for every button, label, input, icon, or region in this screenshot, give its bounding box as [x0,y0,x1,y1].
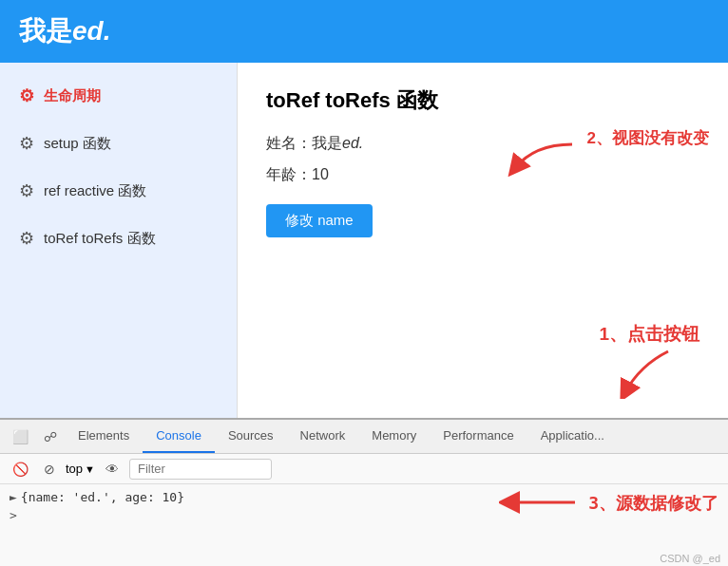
top-selector[interactable]: top ▼ [66,462,95,476]
gear-icon-2: ⚙ [19,133,34,154]
annotation-3-text: 3、源数据修改了 [588,492,718,515]
watermark: CSDN @_ed [660,553,720,564]
cursor-icon[interactable]: ⬜ [5,425,36,448]
annotation-2-text: 2、视图没有改变 [587,127,709,149]
tab-application[interactable]: Applicatio... [527,420,618,453]
annotation-1-text: 1、点击按钮 [599,322,699,347]
clear-console-button[interactable]: 🚫 [8,460,33,479]
eye-icon-button[interactable]: 👁 [101,460,124,479]
console-output-area: ► {name: 'ed.', age: 10} > 3、源数据修改了 [0,484,728,566]
expand-arrow-icon[interactable]: ► [10,490,17,504]
sidebar: ⚙ 生命周期 ⚙ setup 函数 ⚙ ref reactive 函数 ⚙ to… [0,63,238,418]
modify-name-button[interactable]: 修改 name [266,204,373,237]
sidebar-item-ref-reactive[interactable]: ⚙ ref reactive 函数 [0,167,237,215]
tab-network[interactable]: Network [287,420,359,453]
stop-log-button[interactable]: ⊘ [39,460,60,479]
console-filter-input[interactable] [129,459,272,480]
sidebar-item-toref-torefs[interactable]: ⚙ toRef toRefs 函数 [0,215,237,262]
devtools-toolbar: 🚫 ⊘ top ▼ 👁 [0,454,728,484]
sidebar-item-lifecycle[interactable]: ⚙ 生命周期 [0,72,237,120]
header-title: 我是ed. [19,13,110,49]
gear-icon-3: ⚙ [19,180,34,201]
gear-icon-4: ⚙ [19,228,34,249]
dropdown-arrow-icon: ▼ [85,463,95,475]
arrow-1-svg [611,347,687,399]
annotation-2-group: 2、视图没有改变 [506,127,709,182]
inspect-icon[interactable]: ☍ [36,425,65,448]
tab-console[interactable]: Console [143,420,215,453]
tab-elements[interactable]: Elements [65,420,143,453]
app-header: 我是ed. [0,0,728,63]
content-title: toRef toRefs 函数 [266,86,699,115]
devtools-tabs: ⬜ ☍ Elements Console Sources Network Mem… [0,420,728,454]
main-area: ⚙ 生命周期 ⚙ setup 函数 ⚙ ref reactive 函数 ⚙ to… [0,63,728,418]
tab-sources[interactable]: Sources [215,420,287,453]
arrow-2-svg [506,135,582,182]
tab-performance[interactable]: Performance [430,420,527,453]
arrow-3-svg [499,486,584,519]
content-panel: toRef toRefs 函数 姓名：我是ed. 年龄：10 修改 name 2… [238,63,728,418]
gear-icon-1: ⚙ [19,85,34,106]
annotation-1-group: 1、点击按钮 [599,322,699,399]
annotation-3-group: 3、源数据修改了 [499,486,718,519]
tab-memory[interactable]: Memory [358,420,430,453]
devtools-panel: ⬜ ☍ Elements Console Sources Network Mem… [0,418,728,566]
sidebar-item-setup[interactable]: ⚙ setup 函数 [0,120,237,167]
